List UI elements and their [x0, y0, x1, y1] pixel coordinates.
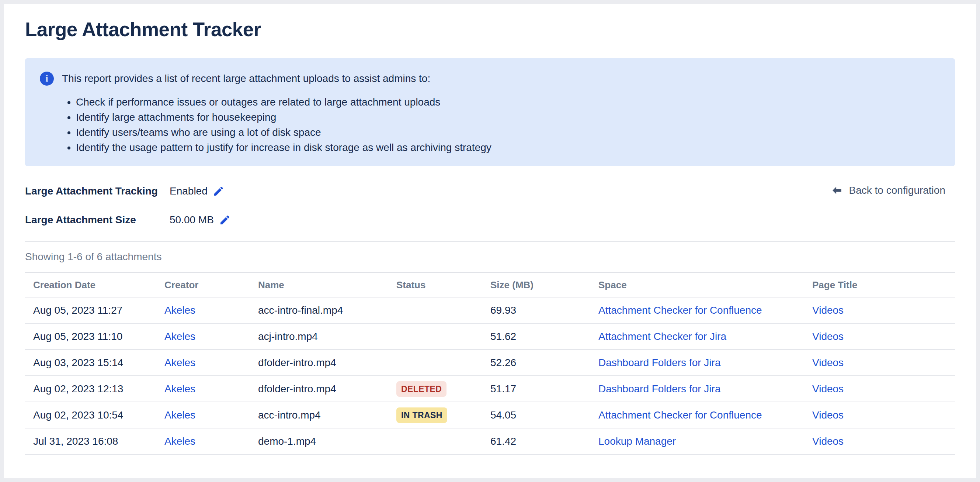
info-bullet: Identify users/teams who are using a lot… — [76, 125, 940, 140]
status-badge-in-trash: IN TRASH — [396, 407, 447, 423]
size-cell: 61.42 — [490, 428, 598, 454]
space-link[interactable]: Attachment Checker for Confluence — [598, 409, 762, 421]
creator-link[interactable]: Akeles — [164, 305, 196, 316]
size-cell: 52.26 — [490, 350, 598, 376]
col-header-space: Space — [598, 273, 812, 297]
table-row: Aug 03, 2023 15:14 Akeles dfolder-intro.… — [25, 350, 955, 376]
table-header-row: Creation Date Creator Name Status Size (… — [25, 273, 955, 297]
creation-date-cell: Jul 31, 2023 16:08 — [25, 428, 164, 454]
page-title-link[interactable]: Videos — [812, 305, 843, 316]
attachment-name-cell: acc-intro.mp4 — [258, 402, 396, 428]
info-bullet: Identify large attachments for housekeep… — [76, 110, 940, 125]
creator-link[interactable]: Akeles — [164, 357, 196, 368]
table-row: Aug 05, 2023 11:27 Akeles acc-intro-fina… — [25, 297, 955, 323]
page-title-link[interactable]: Videos — [812, 383, 843, 394]
col-header-creation-date: Creation Date — [25, 273, 164, 297]
size-value: 50.00 MB — [170, 212, 214, 227]
page-title-link[interactable]: Videos — [812, 409, 843, 421]
edit-size-icon[interactable] — [219, 214, 231, 226]
attachment-name-cell: demo-1.mp4 — [258, 428, 396, 454]
tracking-label: Large Attachment Tracking — [25, 184, 170, 199]
col-header-name: Name — [258, 273, 396, 297]
table-row: Jul 31, 2023 16:08 Akeles demo-1.mp4 61.… — [25, 428, 955, 454]
info-panel-intro: This report provides a list of recent la… — [62, 72, 430, 85]
status-badge-deleted: DELETED — [396, 381, 447, 397]
creation-date-cell: Aug 05, 2023 11:10 — [25, 323, 164, 350]
creator-link[interactable]: Akeles — [164, 383, 196, 394]
space-link[interactable]: Dashboard Folders for Jira — [598, 357, 721, 368]
size-cell: 51.62 — [490, 323, 598, 350]
creator-link[interactable]: Akeles — [164, 331, 196, 342]
info-panel: i This report provides a list of recent … — [25, 58, 955, 166]
space-link[interactable]: Attachment Checker for Confluence — [598, 305, 762, 316]
attachment-name-cell: acj-intro.mp4 — [258, 323, 396, 350]
tracking-value: Enabled — [170, 184, 208, 199]
space-link[interactable]: Dashboard Folders for Jira — [598, 383, 721, 394]
settings-section: Back to configuration Large Attachment T… — [25, 184, 955, 227]
setting-row-tracking: Large Attachment Tracking Enabled — [25, 184, 955, 199]
creation-date-cell: Aug 02, 2023 10:54 — [25, 402, 164, 428]
back-to-configuration-link[interactable]: Back to configuration — [830, 185, 946, 196]
page-title-link[interactable]: Videos — [812, 331, 843, 342]
table-row: Aug 05, 2023 11:10 Akeles acj-intro.mp4 … — [25, 323, 955, 350]
col-header-page-title: Page Title — [812, 273, 955, 297]
attachment-name-cell: acc-intro-final.mp4 — [258, 297, 396, 323]
col-header-status: Status — [396, 273, 490, 297]
size-cell: 69.93 — [490, 297, 598, 323]
creation-date-cell: Aug 05, 2023 11:27 — [25, 297, 164, 323]
size-cell: 51.17 — [490, 376, 598, 402]
attachment-name-cell: dfolder-intro.mp4 — [258, 350, 396, 376]
col-header-size: Size (MB) — [490, 273, 598, 297]
page-title-link[interactable]: Videos — [812, 357, 843, 368]
info-bullet-list: Check if performance issues or outages a… — [76, 94, 940, 155]
edit-tracking-icon[interactable] — [213, 185, 224, 197]
table-row: Aug 02, 2023 10:54 Akeles acc-intro.mp4 … — [25, 402, 955, 428]
info-bullet: Check if performance issues or outages a… — [76, 94, 940, 110]
page-title-link[interactable]: Videos — [812, 436, 843, 447]
attachments-count-summary: Showing 1-6 of 6 attachments — [25, 251, 955, 263]
table-row: Aug 02, 2023 12:13 Akeles dfolder-intro.… — [25, 376, 955, 402]
size-cell: 54.05 — [490, 402, 598, 428]
content-card: Large Attachment Tracker i This report p… — [4, 4, 976, 478]
creator-link[interactable]: Akeles — [164, 436, 196, 447]
info-icon: i — [40, 72, 54, 86]
back-arrow-icon — [830, 185, 843, 196]
back-link-label: Back to configuration — [849, 185, 946, 196]
attachment-name-cell: dfolder-intro.mp4 — [258, 376, 396, 402]
info-bullet: Identify the usage pattern to justify fo… — [76, 140, 940, 155]
creation-date-cell: Aug 03, 2023 15:14 — [25, 350, 164, 376]
creator-link[interactable]: Akeles — [164, 409, 196, 421]
setting-row-size: Large Attachment Size 50.00 MB — [25, 212, 955, 227]
space-link[interactable]: Lookup Manager — [598, 436, 676, 447]
col-header-creator: Creator — [164, 273, 258, 297]
section-divider — [25, 241, 955, 242]
attachments-table: Creation Date Creator Name Status Size (… — [25, 272, 955, 455]
page-title: Large Attachment Tracker — [25, 18, 955, 41]
creation-date-cell: Aug 02, 2023 12:13 — [25, 376, 164, 402]
size-label: Large Attachment Size — [25, 212, 170, 227]
space-link[interactable]: Attachment Checker for Jira — [598, 331, 726, 342]
